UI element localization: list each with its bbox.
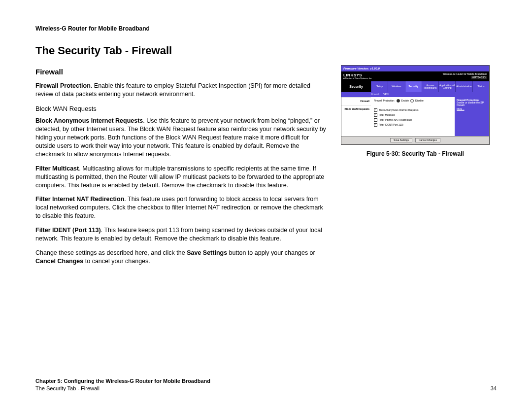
shot-firmware: Firmware Version: v1.00.0: [343, 67, 380, 70]
para-filter-ident: Filter IDENT (Port 113). This feature ke…: [35, 226, 326, 243]
shot-subtab-firewall[interactable]: Firewall: [371, 93, 379, 96]
shot-product: Wireless-G Router for Mobile Broadband: [443, 73, 487, 75]
shot-left-block: Block WAN Requests: [341, 105, 371, 113]
shot-subtab-vpn[interactable]: VPN: [383, 93, 388, 96]
shot-help-text: Enable or disable the SPI firewall.: [457, 102, 487, 106]
page-footer: Chapter 5: Configuring the Wireless-G Ro…: [35, 377, 497, 392]
doc-header: Wireless-G Router for Mobile Broadband: [35, 25, 497, 33]
shot-tab-setup[interactable]: Setup: [371, 81, 388, 92]
figure-screenshot: Firmware Version: v1.00.0 LINKSYS A Divi…: [341, 65, 490, 145]
para-firewall-protection: Firewall Protection. Enable this feature…: [35, 82, 326, 99]
shot-section-label: Security: [341, 81, 371, 92]
footer-section: The Security Tab - Firewall: [35, 385, 210, 392]
shot-cancel-button[interactable]: Cancel Changes: [415, 138, 440, 142]
label-save-settings: Save Settings: [187, 249, 227, 256]
figure-column: Firmware Version: v1.00.0 LINKSYS A Divi…: [341, 65, 490, 272]
shot-row-block: Block Anonymous Internet Requests: [379, 109, 419, 111]
shot-tab-access[interactable]: Access Restrictions: [422, 81, 438, 92]
shot-disable-label: Disable: [415, 100, 424, 102]
shot-row-multi: Filter Multicast: [379, 114, 395, 116]
shot-cb-ident[interactable]: [374, 123, 377, 127]
text-filter-multicast: . Multicasting allows for multiple trans…: [35, 165, 324, 189]
shot-cb-multi[interactable]: [374, 113, 377, 117]
shot-tab-admin[interactable]: Administration: [455, 81, 472, 92]
heading-block-wan: Block WAN Requests: [35, 104, 326, 113]
page-title: The Security Tab - Firewall: [35, 43, 497, 58]
text-save-pre: Change these settings as described here,…: [35, 249, 187, 256]
shot-left-firewall: Firewall: [341, 97, 371, 105]
shot-model: WRT54G3G: [471, 76, 487, 79]
label-cancel-changes: Cancel Changes: [35, 258, 83, 265]
heading-firewall: Firewall: [35, 67, 326, 77]
footer-chapter: Chapter 5: Configuring the Wireless-G Ro…: [35, 378, 210, 384]
shot-radio-disable[interactable]: [410, 99, 414, 103]
para-filter-nat: Filter Internet NAT Redirection. This fe…: [35, 195, 326, 220]
para-filter-multicast: Filter Multicast. Multicasting allows fo…: [35, 165, 326, 190]
label-filter-ident: Filter IDENT (Port 113): [35, 227, 101, 234]
shot-save-button[interactable]: Save Settings: [390, 138, 412, 142]
label-firewall-protection: Firewall Protection: [35, 82, 91, 89]
label-filter-multicast: Filter Multicast: [35, 165, 79, 172]
shot-row-ident: Filter IDENT(Port 113): [379, 124, 403, 126]
shot-enable-label: Enable: [401, 100, 409, 102]
figure-caption: Figure 5-30: Security Tab - Firewall: [341, 150, 490, 158]
shot-fp-label: Firewall Protection:: [374, 100, 395, 102]
shot-tab-wireless[interactable]: Wireless: [388, 81, 404, 92]
shot-cb-nat[interactable]: [374, 118, 377, 122]
text-save-mid: button to apply your changes or: [227, 249, 315, 256]
shot-tab-apps[interactable]: Applications & Gaming: [438, 81, 455, 92]
shot-row-firewall-protection: Firewall Protection: Enable Disable: [374, 99, 452, 103]
shot-tab-security[interactable]: Security: [405, 81, 422, 92]
para-block-anon: Block Anonymous Internet Requests. Use t…: [35, 117, 326, 158]
shot-help-more[interactable]: More...: [457, 108, 487, 110]
label-block-anon: Block Anonymous Internet Requests: [35, 117, 143, 124]
shot-radio-enable[interactable]: [397, 99, 400, 103]
para-save-cancel: Change these settings as described here,…: [35, 249, 326, 266]
shot-logo-sub: A Division of Cisco Systems, Inc.: [343, 77, 372, 79]
label-filter-nat: Filter Internet NAT Redirection: [35, 196, 124, 203]
footer-page-number: 34: [491, 385, 497, 392]
main-text-column: Firewall Firewall Protection. Enable thi…: [35, 65, 326, 272]
text-save-post: to cancel your changes.: [83, 258, 150, 265]
shot-row-nat: Filter Internet NAT Redirection: [379, 119, 412, 121]
shot-cb-block[interactable]: [374, 108, 377, 112]
shot-tab-status[interactable]: Status: [472, 81, 489, 92]
